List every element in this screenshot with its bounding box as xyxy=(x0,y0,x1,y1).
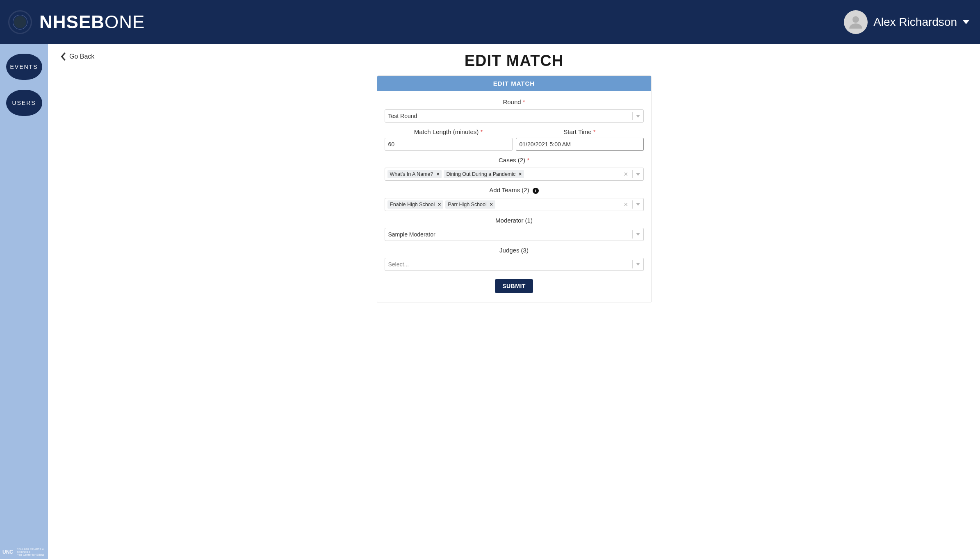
chevron-down-icon xyxy=(636,263,640,266)
submit-button[interactable]: SUBMIT xyxy=(495,279,533,293)
sidebar-footer: UNC COLLEGE OF ARTS & SCIENCES Parr Cent… xyxy=(2,548,48,557)
edit-match-card: EDIT MATCH Round * Test Round Match Leng… xyxy=(377,75,652,302)
chevron-down-icon xyxy=(636,173,640,176)
chevron-down-icon xyxy=(636,203,640,206)
sidebar-item-users[interactable]: USERS xyxy=(6,90,42,116)
round-value: Test Round xyxy=(388,113,629,119)
avatar xyxy=(844,10,868,34)
go-back-button[interactable]: Go Back xyxy=(59,52,94,61)
page-title: EDIT MATCH xyxy=(59,52,969,70)
add-teams-label: Add Teams (2) i xyxy=(385,186,644,194)
brand-light: ONE xyxy=(105,12,145,32)
team-tag: Parr High School × xyxy=(445,200,495,209)
card-header: EDIT MATCH xyxy=(377,76,651,91)
start-time-input-wrap xyxy=(516,138,644,151)
remove-team-icon[interactable]: × xyxy=(490,202,493,207)
user-menu[interactable]: Alex Richardson xyxy=(844,10,969,34)
judges-select[interactable]: Select... xyxy=(385,258,644,271)
divider-icon xyxy=(632,260,633,268)
moderator-label: Moderator (1) xyxy=(385,217,644,224)
brand: NHSEBONE xyxy=(8,10,145,34)
match-length-input-wrap xyxy=(385,138,513,151)
judges-placeholder: Select... xyxy=(388,261,629,268)
sidebar-item-events[interactable]: EVENTS xyxy=(6,54,42,80)
remove-case-icon[interactable]: × xyxy=(436,171,439,177)
divider-icon xyxy=(632,170,633,178)
go-back-label: Go Back xyxy=(69,53,94,60)
cases-label: Cases (2) * xyxy=(385,157,644,164)
divider-icon xyxy=(632,112,633,120)
start-time-label: Start Time * xyxy=(516,128,644,135)
divider-icon xyxy=(632,200,633,209)
match-length-label: Match Length (minutes) * xyxy=(385,128,513,135)
remove-case-icon[interactable]: × xyxy=(519,171,522,177)
person-icon xyxy=(848,14,864,30)
moderator-select[interactable]: Sample Moderator xyxy=(385,228,644,241)
clear-cases-icon[interactable]: × xyxy=(623,170,629,178)
main-content: Go Back EDIT MATCH EDIT MATCH Round * Te… xyxy=(48,44,980,559)
divider-icon xyxy=(15,549,15,556)
chevron-down-icon xyxy=(636,233,640,236)
sidebar-item-label: EVENTS xyxy=(10,64,38,70)
start-time-input[interactable] xyxy=(520,139,640,150)
case-tag: Dining Out During a Pandemic × xyxy=(444,170,524,178)
brand-bold: NHSEB xyxy=(39,12,105,32)
footer-line1: COLLEGE OF ARTS & SCIENCES xyxy=(17,548,48,553)
logo-seal-icon xyxy=(8,10,32,34)
divider-icon xyxy=(632,230,633,239)
round-select[interactable]: Test Round xyxy=(385,109,644,123)
moderator-value: Sample Moderator xyxy=(388,231,629,238)
footer-line2: Parr Center for Ethics xyxy=(17,553,48,557)
chevron-down-icon xyxy=(636,115,640,118)
svg-point-0 xyxy=(852,16,859,23)
footer-org: UNC xyxy=(2,550,13,555)
match-length-input[interactable] xyxy=(388,139,509,150)
app-header: NHSEBONE Alex Richardson xyxy=(0,0,980,44)
cases-multiselect[interactable]: What's In A Name? × Dining Out During a … xyxy=(385,168,644,181)
teams-multiselect[interactable]: Enable High School × Parr High School × … xyxy=(385,198,644,211)
remove-team-icon[interactable]: × xyxy=(438,202,441,207)
user-name: Alex Richardson xyxy=(873,16,957,29)
clear-teams-icon[interactable]: × xyxy=(623,201,629,208)
round-label: Round * xyxy=(385,98,644,105)
sidebar: EVENTS USERS UNC COLLEGE OF ARTS & SCIEN… xyxy=(0,44,48,559)
judges-label: Judges (3) xyxy=(385,247,644,254)
brand-text: NHSEBONE xyxy=(39,13,145,31)
chevron-left-icon xyxy=(59,52,67,61)
team-tag: Enable High School × xyxy=(387,200,444,209)
info-icon[interactable]: i xyxy=(533,188,539,194)
sidebar-item-label: USERS xyxy=(12,100,36,106)
chevron-down-icon xyxy=(963,20,969,24)
case-tag: What's In A Name? × xyxy=(387,170,442,178)
